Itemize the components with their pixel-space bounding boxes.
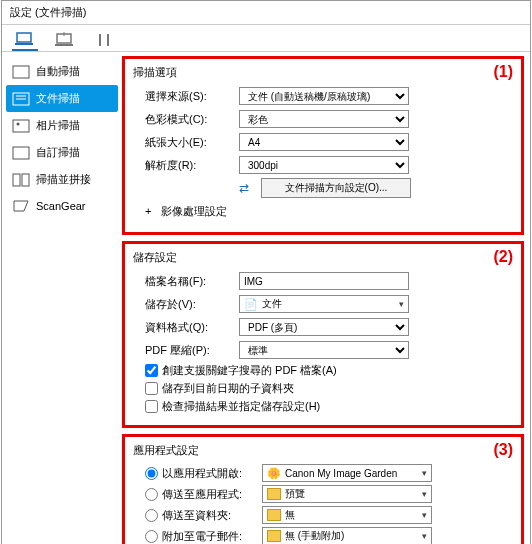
save-subfolder-checkbox[interactable]: [145, 382, 158, 395]
svg-rect-4: [99, 34, 101, 46]
sidebar-item-stitch-scan[interactable]: 掃描並拼接: [6, 166, 118, 193]
send-to-app-label: 傳送至應用程式:: [162, 487, 262, 502]
tab-general-settings[interactable]: [92, 29, 118, 51]
application-settings-group: (3) 應用程式設定 以應用程式開啟: 🌼 Canon My Image Gar…: [122, 434, 524, 544]
sidebar-item-document-scan[interactable]: 文件掃描: [6, 85, 118, 112]
send-to-app-select[interactable]: 預覽▾: [262, 485, 432, 503]
save-settings-group: (2) 儲存設定 檔案名稱(F): 儲存於(V): 📄 文件▾: [122, 241, 524, 428]
sidebar-item-label: 相片掃描: [36, 118, 80, 133]
settings-dialog: 設定 (文件掃描) 自動掃描 文件掃描 相片掃描: [1, 0, 531, 544]
sidebar-item-label: 掃描並拼接: [36, 172, 91, 187]
group-marker-2: (2): [493, 248, 513, 266]
resolution-select[interactable]: 300dpi: [239, 156, 409, 174]
auto-scan-icon: [12, 65, 30, 79]
send-to-folder-radio[interactable]: [145, 509, 158, 522]
svg-rect-14: [22, 174, 29, 186]
sidebar-item-photo-scan[interactable]: 相片掃描: [6, 112, 118, 139]
saveto-label: 儲存於(V):: [133, 297, 239, 312]
app-icon: 🌼: [267, 467, 281, 480]
attach-email-label: 附加至電子郵件:: [162, 529, 262, 544]
scan-options-group: (1) 掃描選項 選擇來源(S): 文件 (自動送稿機/原稿玻璃) 色彩模式(C…: [122, 56, 524, 235]
papersize-label: 紙張大小(E):: [133, 135, 239, 150]
sidebar-item-auto-scan[interactable]: 自動掃描: [6, 58, 118, 85]
format-label: 資料格式(Q):: [133, 320, 239, 335]
document-scan-icon: [12, 92, 30, 106]
svg-point-11: [17, 122, 20, 125]
attach-email-select[interactable]: 無 (手動附加)▾: [262, 527, 432, 544]
mode-tabbar: [2, 25, 530, 52]
folder-icon: [267, 530, 281, 542]
open-with-app-label: 以應用程式開啟:: [162, 466, 262, 481]
expand-icon[interactable]: +: [145, 205, 157, 217]
saveto-select[interactable]: 📄 文件▾: [239, 295, 409, 313]
tab-scan-from-panel[interactable]: [52, 29, 78, 51]
filename-label: 檔案名稱(F):: [133, 274, 239, 289]
svg-rect-1: [15, 43, 33, 45]
folder-icon: [267, 509, 281, 521]
papersize-select[interactable]: A4: [239, 133, 409, 151]
save-subfolder-label: 儲存到目前日期的子資料夾: [162, 381, 294, 396]
scangear-icon: [12, 199, 30, 213]
sidebar-item-custom-scan[interactable]: 自訂掃描: [6, 139, 118, 166]
svg-rect-3: [55, 44, 73, 46]
pdfcomp-label: PDF 壓縮(P):: [133, 343, 239, 358]
svg-rect-13: [13, 174, 20, 186]
source-label: 選擇來源(S):: [133, 89, 239, 104]
application-settings-title: 應用程式設定: [133, 443, 513, 458]
check-results-checkbox[interactable]: [145, 400, 158, 413]
image-processing-label[interactable]: 影像處理設定: [161, 204, 227, 219]
pdf-keyword-checkbox[interactable]: [145, 364, 158, 377]
attach-email-radio[interactable]: [145, 530, 158, 543]
color-label: 色彩模式(C):: [133, 112, 239, 127]
sidebar-item-label: ScanGear: [36, 200, 86, 212]
svg-rect-5: [107, 34, 109, 46]
pdf-keyword-label: 創建支援關鍵字搜尋的 PDF 檔案(A): [162, 363, 337, 378]
send-to-folder-label: 傳送至資料夾:: [162, 508, 262, 523]
check-results-label: 檢查掃描結果並指定儲存設定(H): [162, 399, 320, 414]
source-select[interactable]: 文件 (自動送稿機/原稿玻璃): [239, 87, 409, 105]
pdfcomp-select[interactable]: 標準: [239, 341, 409, 359]
main-panel: (1) 掃描選項 選擇來源(S): 文件 (自動送稿機/原稿玻璃) 色彩模式(C…: [122, 52, 530, 544]
sidebar-item-label: 自動掃描: [36, 64, 80, 79]
group-marker-3: (3): [493, 441, 513, 459]
folder-icon: 📄: [244, 298, 258, 311]
sidebar: 自動掃描 文件掃描 相片掃描 自訂掃描 掃描並拼接 ScanGear: [2, 52, 122, 544]
color-select[interactable]: 彩色: [239, 110, 409, 128]
svg-rect-0: [17, 33, 31, 42]
save-settings-title: 儲存設定: [133, 250, 513, 265]
send-to-folder-select[interactable]: 無▾: [262, 506, 432, 524]
filename-input[interactable]: [239, 272, 409, 290]
resolution-label: 解析度(R):: [133, 158, 239, 173]
photo-scan-icon: [12, 119, 30, 133]
sidebar-item-label: 文件掃描: [36, 91, 80, 106]
orientation-settings-button[interactable]: 文件掃描方向設定(O)...: [261, 178, 411, 198]
open-with-app-select[interactable]: 🌼 Canon My Image Garden▾: [262, 464, 432, 482]
open-with-app-radio[interactable]: [145, 467, 158, 480]
stitch-scan-icon: [12, 173, 30, 187]
tab-scan-from-computer[interactable]: [12, 29, 38, 51]
window-title: 設定 (文件掃描): [2, 1, 530, 25]
swap-icon[interactable]: ⇄: [239, 181, 249, 195]
sidebar-item-label: 自訂掃描: [36, 145, 80, 160]
sidebar-item-scangear[interactable]: ScanGear: [6, 193, 118, 219]
svg-rect-6: [13, 66, 29, 78]
svg-rect-12: [13, 147, 29, 159]
custom-scan-icon: [12, 146, 30, 160]
scan-options-title: 掃描選項: [133, 65, 513, 80]
group-marker-1: (1): [493, 63, 513, 81]
format-select[interactable]: PDF (多頁): [239, 318, 409, 336]
send-to-app-radio[interactable]: [145, 488, 158, 501]
svg-rect-10: [13, 120, 29, 132]
folder-icon: [267, 488, 281, 500]
